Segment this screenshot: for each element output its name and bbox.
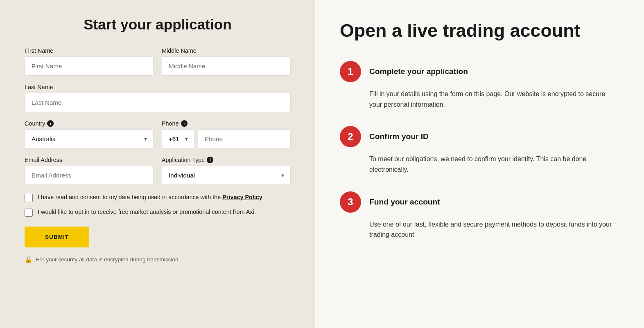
right-panel: Open a live trading account 1 Complete y… <box>315 0 644 328</box>
step-3-header: 3 Fund your account <box>340 191 619 213</box>
country-info-icon[interactable]: i <box>47 120 54 127</box>
first-name-label: First Name <box>25 47 154 54</box>
country-select[interactable]: Australia United States United Kingdom <box>25 129 154 148</box>
checkboxes-section: I have read and consent to my data being… <box>25 193 291 217</box>
last-name-input[interactable] <box>25 93 291 112</box>
step-2: 2 Confirm your ID To meet our obligation… <box>340 126 619 175</box>
step-1-title: Complete your application <box>369 67 468 76</box>
marketing-checkbox[interactable] <box>25 209 33 217</box>
security-note: 🔒 For your security all data is encrypte… <box>25 256 291 263</box>
privacy-checkbox-row: I have read and consent to my data being… <box>25 193 291 202</box>
middle-name-group: Middle Name <box>162 47 291 76</box>
app-type-group: Application Type i Individual Corporate … <box>162 157 291 185</box>
step-3-title: Fund your account <box>369 198 440 207</box>
app-type-select-wrapper: Individual Corporate Joint <box>162 166 291 185</box>
email-apptype-row: Email Address Application Type i Individ… <box>25 157 291 185</box>
step-1-header: 1 Complete your application <box>340 61 619 82</box>
form-container: First Name Middle Name Last Name Country… <box>25 47 291 263</box>
step-3-description: Use one of our fast, flexible and secure… <box>369 219 619 240</box>
first-name-input[interactable] <box>25 56 154 76</box>
country-group: Country i Australia United States United… <box>25 120 154 148</box>
phone-row: +61 +1 +44 <box>162 129 291 148</box>
name-row: First Name Middle Name <box>25 47 291 76</box>
first-name-group: First Name <box>25 47 154 76</box>
page-heading: Open a live trading account <box>340 20 619 40</box>
email-label: Email Address <box>25 157 154 163</box>
middle-name-input[interactable] <box>162 56 291 76</box>
phone-label: Phone i <box>162 120 291 127</box>
middle-name-label: Middle Name <box>162 47 291 54</box>
step-1-number: 1 <box>340 61 361 82</box>
phone-group: Phone i +61 +1 +44 <box>162 120 291 148</box>
phone-code-select[interactable]: +61 +1 +44 <box>162 129 194 148</box>
app-type-select[interactable]: Individual Corporate Joint <box>162 166 291 185</box>
form-title: Start your application <box>84 16 232 33</box>
privacy-checkbox-label: I have read and consent to my data being… <box>38 193 262 202</box>
submit-button[interactable]: SUBMIT <box>25 227 89 247</box>
email-input[interactable] <box>25 166 154 185</box>
step-1: 1 Complete your application Fill in your… <box>340 61 619 110</box>
email-group: Email Address <box>25 157 154 185</box>
step-3: 3 Fund your account Use one of our fast,… <box>340 191 619 240</box>
phone-code-wrapper: +61 +1 +44 <box>162 129 194 148</box>
phone-input-wrapper <box>198 129 291 148</box>
lock-icon: 🔒 <box>25 256 33 263</box>
step-1-description: Fill in your details using the form on t… <box>369 89 619 110</box>
left-panel: Start your application First Name Middle… <box>0 0 315 328</box>
last-name-row: Last Name <box>25 84 291 112</box>
step-3-number: 3 <box>340 191 361 213</box>
phone-info-icon[interactable]: i <box>181 120 188 127</box>
marketing-checkbox-label: I would like to opt in to receive free m… <box>38 208 256 217</box>
step-2-number: 2 <box>340 126 361 147</box>
privacy-checkbox[interactable] <box>25 194 33 202</box>
step-2-title: Confirm your ID <box>369 132 429 141</box>
phone-input[interactable] <box>198 129 291 148</box>
country-select-wrapper: Australia United States United Kingdom <box>25 129 154 148</box>
last-name-label: Last Name <box>25 84 291 90</box>
step-2-header: 2 Confirm your ID <box>340 126 619 147</box>
app-type-info-icon[interactable]: i <box>207 157 213 163</box>
app-type-label: Application Type i <box>162 157 291 163</box>
marketing-checkbox-row: I would like to opt in to receive free m… <box>25 208 291 217</box>
country-phone-row: Country i Australia United States United… <box>25 120 291 148</box>
last-name-group: Last Name <box>25 84 291 112</box>
country-label: Country i <box>25 120 154 127</box>
privacy-policy-link[interactable]: Privacy Policy <box>222 194 262 200</box>
step-2-description: To meet our obligations, we need to conf… <box>369 154 619 175</box>
